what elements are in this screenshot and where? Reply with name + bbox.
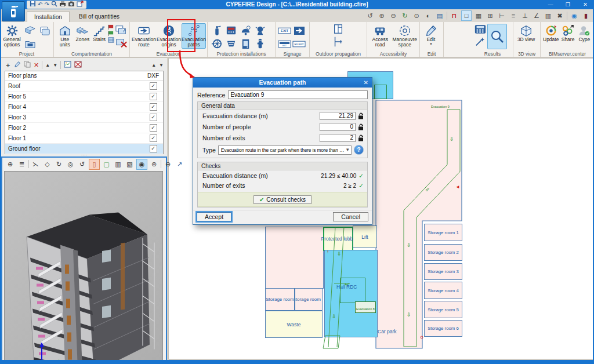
number-of-people-input[interactable]: 0 [320, 123, 356, 131]
zoom-3d-icon[interactable]: ⊖ [163, 159, 173, 169]
unlock-icon[interactable] [358, 123, 364, 130]
grid-building-icon[interactable] [108, 37, 114, 43]
capture-icon[interactable] [68, 1, 75, 9]
room-storage[interactable]: Storage room [265, 288, 295, 311]
hose-reel-button[interactable] [211, 38, 223, 50]
magnet-snap-icon[interactable]: ⊓ [450, 11, 459, 20]
3d-model-canvas[interactable] [4, 171, 163, 364]
room-unlabelled[interactable] [265, 227, 324, 289]
dialog-close-icon[interactable]: ✕ [364, 78, 368, 88]
library-folder-icon[interactable] [24, 39, 36, 49]
add-floor-icon[interactable]: ＋ [5, 61, 11, 70]
3d-view-button[interactable]: 3D view [515, 23, 537, 43]
move-up-icon[interactable]: ▲ [45, 63, 50, 68]
use-units-button[interactable]: Use units [56, 23, 74, 49]
cancel-button[interactable]: Cancel [333, 212, 368, 221]
consult-results-button[interactable] [487, 24, 507, 49]
consult-checks-button[interactable]: ✔ Consult checks [253, 195, 312, 204]
export-window-icon[interactable] [77, 1, 84, 9]
share-button[interactable]: Share [560, 23, 575, 43]
zones-button[interactable]: Zones [74, 23, 90, 43]
room-protected-lobby[interactable]: Protected lobby [323, 227, 353, 251]
tab-bill-of-quantities[interactable]: Bill of quantities [72, 11, 126, 22]
orbit-icon[interactable]: ◎ [66, 159, 75, 169]
zoom-extents-icon[interactable]: ⊕ [377, 11, 386, 20]
number-of-exits-input[interactable]: 2 [320, 134, 356, 142]
dxf-templates-icon[interactable] [64, 61, 71, 69]
dxf-checkbox[interactable]: ✓ [150, 145, 157, 152]
save-icon[interactable] [30, 1, 36, 9]
rotate-view-icon[interactable]: ↺ [365, 11, 375, 20]
app-menu-button[interactable] [2, 1, 25, 21]
hydrant-button[interactable] [254, 38, 266, 50]
propagation-distance-icon[interactable] [332, 36, 345, 48]
tools-icon[interactable]: ✖ [555, 11, 564, 20]
manual-icon[interactable]: ▮ [581, 11, 591, 20]
selection-box-icon[interactable]: □ [461, 10, 472, 21]
zoom-previous-icon[interactable]: ⊙ [412, 11, 421, 20]
zoom-window-icon[interactable]: ⊖ [389, 11, 398, 20]
cype-account-button[interactable]: Cype [577, 23, 592, 43]
edit-floor-icon[interactable] [14, 61, 21, 69]
tab-installation[interactable]: Installation [27, 11, 70, 23]
move-down-icon[interactable]: ▼ [53, 63, 57, 68]
room-storage-2[interactable]: Storage room 2 [424, 244, 462, 261]
room-lift[interactable]: Lift [353, 225, 377, 248]
room-storage-6[interactable]: Storage room 6 [424, 320, 462, 337]
dxf-checkbox[interactable]: ✓ [150, 93, 157, 100]
room-waste[interactable]: Waste [265, 311, 323, 338]
exit-sign-button[interactable]: EXIT [278, 27, 291, 35]
dxf-checkbox[interactable]: ✓ [150, 103, 157, 111]
room-hall-rdc[interactable]: Hall RDC Evacuation 8 [324, 250, 378, 337]
zoom-icon[interactable] [51, 1, 57, 9]
dialog-title-bar[interactable]: Evacuation path ✕ [193, 78, 372, 88]
unlock-icon[interactable] [358, 112, 364, 119]
copy-floor-icon[interactable] [115, 24, 128, 36]
dxf-checkbox[interactable]: ✓ [150, 124, 157, 132]
exit-arrow-sign-button[interactable] [294, 26, 305, 35]
layers-icon[interactable]: ≣ [17, 159, 27, 169]
turntable-icon[interactable]: ↺ [77, 159, 87, 169]
edit-button[interactable]: Edit ▼ [422, 23, 440, 47]
manoeuvre-space-button[interactable]: Manoeuvre space [392, 23, 418, 49]
evacuation-distance-input[interactable]: 21.29 [320, 112, 356, 120]
export-3d-icon[interactable]: ↗ [175, 159, 184, 169]
fire-extinguisher-button[interactable] [211, 24, 223, 37]
floor-row-2[interactable]: Floor 2✓ [5, 123, 163, 133]
section-icon[interactable]: ▥ [113, 159, 123, 169]
siren-button[interactable] [254, 24, 266, 37]
anaglyph-icon[interactable]: ⊚ [149, 159, 159, 169]
axes-icon[interactable]: ⋋ [31, 159, 41, 169]
minimize-button[interactable]: — [542, 0, 559, 9]
collapse-down-icon[interactable]: ▼ [159, 63, 164, 68]
smoke-detector-button[interactable] [225, 38, 237, 50]
snap-grid-icon[interactable]: ⊞ [486, 11, 495, 20]
floor-row-1[interactable]: Floor 1✓ [5, 133, 163, 144]
evacuation-route-button[interactable]: Evacuation route [132, 23, 156, 49]
windows-visibility-icon[interactable]: ▢ [102, 159, 111, 169]
orthogonal-icon[interactable]: ⊥ [520, 11, 530, 20]
layers-icon[interactable] [39, 26, 50, 36]
calculate-button[interactable] [474, 24, 487, 35]
pan-icon[interactable]: ◐ [423, 11, 433, 20]
floor-row-3[interactable]: Floor 3✓ [5, 112, 163, 123]
delete-floor-icon[interactable]: ✕ [34, 61, 39, 69]
room-storage-7[interactable]: Storage room 7 [295, 288, 323, 311]
redraw-icon[interactable]: ↻ [400, 11, 410, 20]
volume-icon[interactable]: ▧ [125, 159, 135, 169]
emergency-exit-sign-button[interactable]: EXIT [278, 40, 291, 48]
cabinet-button[interactable] [240, 38, 252, 50]
facade-opening-icon[interactable] [332, 23, 345, 35]
dxf-manage-icon[interactable] [74, 61, 82, 69]
flag-green-icon[interactable] [108, 31, 114, 37]
grid-icon[interactable]: ▦ [474, 11, 483, 20]
flag-red-icon[interactable] [108, 24, 114, 30]
angle-icon[interactable]: ∠ [532, 11, 541, 20]
alarm-bell-button[interactable] [240, 24, 252, 37]
measure-icon[interactable]: ≡ [509, 11, 518, 20]
web-icon[interactable]: ◉ [570, 11, 579, 20]
general-options-button[interactable]: General options [2, 23, 22, 49]
dxf-checkbox[interactable]: ✓ [150, 82, 157, 90]
unlock-icon[interactable] [358, 134, 364, 141]
alarm-panel-button[interactable] [225, 24, 237, 37]
